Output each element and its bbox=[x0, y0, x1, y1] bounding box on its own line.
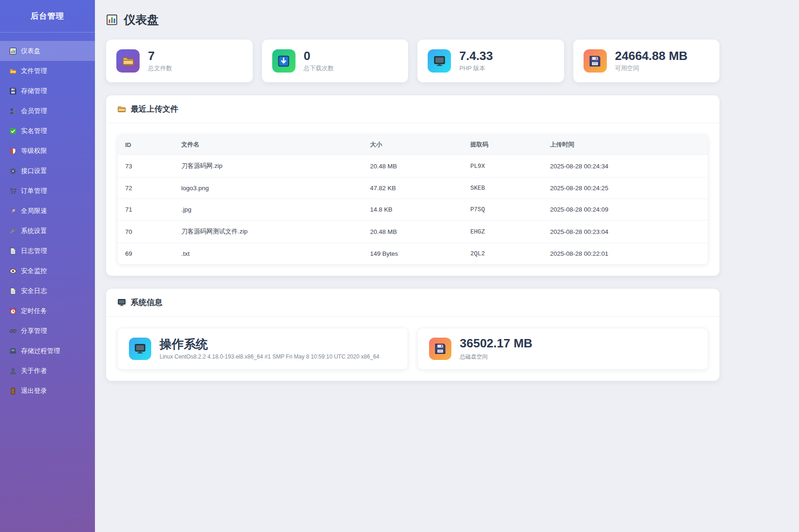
recent-files-table: ID 文件名 大小 提取码 上传时间 73 刀客源码网.zip bbox=[117, 134, 708, 265]
floppy-disk-icon bbox=[429, 338, 451, 360]
eye-icon bbox=[9, 267, 17, 275]
cell-filename: .jpg bbox=[174, 199, 363, 220]
table-row: 72 logo3.png 47.82 KB SKEB 2025-08-28 00… bbox=[118, 178, 708, 199]
sidebar: 后台管理 仪表盘 文件管理 存储管理 会员管理 实名管理 等级权限 接口设置 bbox=[0, 0, 95, 532]
disk-value: 36502.17 MB bbox=[460, 337, 532, 350]
column-header-code: 提取码 bbox=[463, 135, 543, 155]
os-description: Linux CentOs8.2.2 4.18.0-193.el8.x86_64 … bbox=[160, 353, 379, 360]
stat-label: 总下载次数 bbox=[304, 64, 334, 73]
system-info-header: 系统信息 bbox=[106, 289, 719, 317]
sidebar-item-security-logs[interactable]: 安全日志 bbox=[0, 281, 95, 301]
folder-icon bbox=[117, 105, 126, 113]
stat-card-total-downloads: 0 总下载次数 bbox=[262, 40, 409, 82]
monitor-icon bbox=[129, 338, 151, 360]
cell-size: 20.48 MB bbox=[363, 155, 463, 178]
cell-code: P7SQ bbox=[463, 199, 543, 220]
sidebar-nav: 仪表盘 文件管理 存储管理 会员管理 实名管理 等级权限 接口设置 订单管理 bbox=[0, 33, 95, 401]
stat-label: 总文件数 bbox=[148, 64, 172, 73]
sidebar-item-label: 系统设置 bbox=[21, 227, 47, 235]
column-header-filename: 文件名 bbox=[174, 135, 363, 155]
sidebar-item-label: 存储管理 bbox=[21, 87, 47, 95]
cell-filename: logo3.png bbox=[174, 178, 363, 199]
link-icon bbox=[9, 327, 17, 335]
document-icon bbox=[9, 247, 17, 255]
cell-filename: .txt bbox=[174, 243, 363, 265]
stat-label: PHP 版本 bbox=[459, 64, 493, 73]
sidebar-item-order-management[interactable]: 订单管理 bbox=[0, 181, 95, 201]
system-info-title: 系统信息 bbox=[131, 297, 162, 308]
column-header-size: 大小 bbox=[363, 135, 463, 155]
cart-icon bbox=[9, 187, 17, 195]
sidebar-item-scheduled-tasks[interactable]: 定时任务 bbox=[0, 301, 95, 321]
users-icon bbox=[9, 107, 17, 115]
sidebar-item-security-monitoring[interactable]: 安全监控 bbox=[0, 261, 95, 281]
sidebar-item-label: 分享管理 bbox=[21, 327, 47, 335]
disk-card: 36502.17 MB 总磁盘空间 bbox=[417, 328, 708, 370]
sidebar-item-label: 会员管理 bbox=[21, 107, 47, 115]
os-title: 操作系统 bbox=[160, 338, 379, 351]
cell-code: SKEB bbox=[463, 178, 543, 199]
os-card: 操作系统 Linux CentOs8.2.2 4.18.0-193.el8.x8… bbox=[117, 328, 408, 370]
monitor-icon bbox=[428, 49, 451, 73]
cell-code: EHGZ bbox=[463, 220, 543, 243]
cell-id: 72 bbox=[118, 178, 174, 199]
table-row: 73 刀客源码网.zip 20.48 MB PL9X 2025-08-28 00… bbox=[118, 155, 708, 178]
sidebar-item-member-management[interactable]: 会员管理 bbox=[0, 101, 95, 121]
sidebar-item-level-permissions[interactable]: 等级权限 bbox=[0, 141, 95, 161]
sidebar-item-label: 文件管理 bbox=[21, 67, 47, 75]
sidebar-item-system-settings[interactable]: 系统设置 bbox=[0, 221, 95, 241]
table-row: 69 .txt 149 Bytes 2QL2 2025-08-28 00:22:… bbox=[118, 243, 708, 265]
chart-icon bbox=[9, 47, 17, 55]
sidebar-item-global-rate-limit[interactable]: 全局限速 bbox=[0, 201, 95, 221]
recent-files-title: 最近上传文件 bbox=[131, 104, 178, 114]
floppy-disk-icon bbox=[9, 87, 17, 95]
rocket-icon bbox=[9, 207, 17, 215]
sidebar-item-label: 实名管理 bbox=[21, 127, 47, 135]
stat-value: 24664.88 MB bbox=[615, 49, 688, 63]
sidebar-item-stored-procedure-management[interactable]: 存储过程管理 bbox=[0, 341, 95, 361]
stat-card-total-files: 7 总文件数 bbox=[106, 40, 253, 82]
cell-size: 14.8 KB bbox=[363, 199, 463, 220]
person-icon bbox=[9, 367, 17, 375]
recent-files-section: 最近上传文件 ID 文件名 大小 提取码 bbox=[106, 95, 719, 276]
stat-card-available-space: 24664.88 MB 可用空间 bbox=[573, 40, 720, 82]
main-content: 仪表盘 7 总文件数 0 总下载次数 bbox=[95, 0, 799, 532]
cell-upload-time: 2025-08-28 00:23:04 bbox=[543, 220, 708, 243]
cell-code: PL9X bbox=[463, 155, 543, 178]
alarm-clock-icon bbox=[9, 307, 17, 315]
sidebar-item-label: 安全监控 bbox=[21, 267, 47, 275]
cell-upload-time: 2025-08-28 00:24:09 bbox=[543, 199, 708, 220]
sidebar-item-storage-management[interactable]: 存储管理 bbox=[0, 81, 95, 101]
document-icon bbox=[9, 287, 17, 295]
cell-upload-time: 2025-08-28 00:24:25 bbox=[543, 178, 708, 199]
disk-label: 总磁盘空间 bbox=[460, 353, 532, 361]
sidebar-item-api-settings[interactable]: 接口设置 bbox=[0, 161, 95, 181]
cell-size: 20.48 MB bbox=[363, 220, 463, 243]
page-title-text: 仪表盘 bbox=[124, 12, 159, 27]
cell-upload-time: 2025-08-28 00:22:01 bbox=[543, 243, 708, 265]
sidebar-item-label: 定时任务 bbox=[21, 307, 47, 315]
sidebar-item-label: 等级权限 bbox=[21, 147, 47, 155]
sidebar-item-log-management[interactable]: 日志管理 bbox=[0, 241, 95, 261]
stat-label: 可用空间 bbox=[615, 64, 688, 73]
column-header-id: ID bbox=[118, 135, 174, 155]
cell-size: 47.82 KB bbox=[363, 178, 463, 199]
stat-card-php-version: 7.4.33 PHP 版本 bbox=[417, 40, 564, 82]
sidebar-item-logout[interactable]: 退出登录 bbox=[0, 381, 95, 401]
sidebar-item-file-management[interactable]: 文件管理 bbox=[0, 61, 95, 81]
folder-icon bbox=[9, 67, 17, 75]
sidebar-item-realname-management[interactable]: 实名管理 bbox=[0, 121, 95, 141]
sidebar-item-label: 全局限速 bbox=[21, 207, 47, 215]
cell-filename: 刀客源码网.zip bbox=[174, 155, 363, 178]
sidebar-item-label: 仪表盘 bbox=[21, 47, 40, 55]
stat-value: 7.4.33 bbox=[459, 49, 493, 63]
cell-id: 73 bbox=[118, 155, 174, 178]
app-title: 后台管理 bbox=[0, 0, 95, 33]
check-square-icon bbox=[9, 127, 17, 135]
laptop-icon bbox=[9, 347, 17, 355]
sidebar-item-label: 订单管理 bbox=[21, 187, 47, 195]
sidebar-item-about-author[interactable]: 关于作者 bbox=[0, 361, 95, 381]
sidebar-item-dashboard[interactable]: 仪表盘 bbox=[0, 41, 95, 61]
sidebar-item-label: 退出登录 bbox=[21, 387, 47, 395]
sidebar-item-share-management[interactable]: 分享管理 bbox=[0, 321, 95, 341]
